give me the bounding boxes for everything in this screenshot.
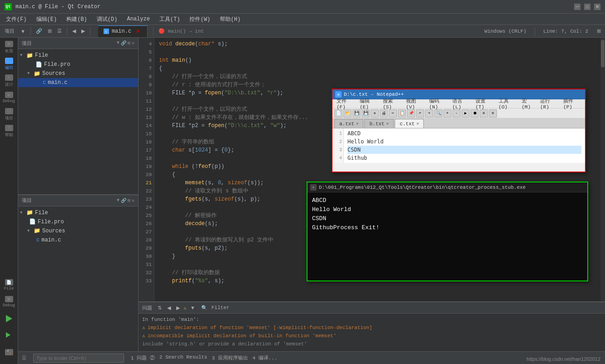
npp-macro1-btn[interactable]: ▶	[461, 109, 470, 118]
menu-edit[interactable]: 编辑(E)	[33, 15, 61, 24]
tree-file-mainc[interactable]: c main.c	[18, 78, 138, 87]
npp-tab-b[interactable]: b.txt ✕	[364, 119, 393, 128]
close-button[interactable]: ✕	[594, 4, 600, 10]
toolbar-back[interactable]: ◀	[70, 27, 78, 35]
npp-paste-btn[interactable]: 📌	[407, 109, 415, 118]
run-debug-button[interactable]	[2, 328, 16, 343]
npp-save-btn[interactable]: 💾	[352, 109, 361, 118]
lower-filter-btn[interactable]: ▼	[117, 198, 119, 203]
sidebar-design[interactable]: ✎ 设计	[2, 74, 16, 88]
lower-link-btn[interactable]: 🔗	[121, 198, 126, 203]
npp-menu-tools[interactable]: 工具(O)	[496, 97, 519, 110]
split-view-button[interactable]: ⊞	[595, 27, 603, 35]
tree-folder-file[interactable]: ▼ 📁 File	[18, 51, 138, 60]
npp-menu-settings[interactable]: 设置(T)	[473, 97, 496, 110]
npp-code-content[interactable]: ABCD Hello World CSDN Github	[344, 128, 585, 163]
npp-outdent-btn[interactable]: ≡	[489, 109, 497, 118]
npp-tab-a[interactable]: a.txt ✕	[334, 119, 363, 128]
panel-add-btn[interactable]: ⊞	[128, 40, 130, 46]
menu-debug[interactable]: 调试(D)	[93, 15, 121, 24]
npp-tab-c-close[interactable]: ✕	[417, 121, 419, 126]
toolbar-split[interactable]: ☰	[55, 27, 64, 35]
status-tab-compile[interactable]: 4 编译...	[253, 354, 278, 361]
tree-label-sources: Sources	[42, 70, 65, 77]
npp-print-btn[interactable]: 🖨	[380, 109, 388, 118]
npp-menu-encode[interactable]: 编码(N)	[427, 97, 449, 110]
sidebar-debug-bottom[interactable]: 🖥 Debug	[2, 295, 16, 309]
menu-analyze[interactable]: Analyze	[123, 15, 153, 23]
lower-folder-sources[interactable]: ▼ 📁 Sources	[18, 226, 138, 236]
toolbar-forward[interactable]: ▶	[79, 27, 87, 35]
toolbar-link[interactable]: 🔗	[34, 27, 44, 35]
sidebar-help[interactable]: ? 帮助	[2, 124, 16, 138]
npp-menu-file[interactable]: 文件(F)	[334, 97, 357, 110]
scrollbar-area[interactable]	[600, 38, 605, 301]
lower-file-pro[interactable]: 📄 File.pro	[18, 217, 138, 226]
npp-menu-view[interactable]: 视图(V)	[404, 97, 426, 110]
lower-label-mainc: main.c	[41, 237, 61, 243]
status-tab-search[interactable]: 2 Search Results	[159, 354, 208, 361]
sidebar-edit[interactable]: ✏ 编写	[2, 57, 16, 71]
npp-indent-btn[interactable]: ≡	[480, 109, 488, 118]
status-menu-btn[interactable]: ☰	[22, 355, 26, 361]
npp-saveall-btn[interactable]: 💾	[362, 109, 370, 118]
scrollbar-thumb[interactable]	[601, 40, 605, 67]
npp-content[interactable]: 1234 ABCD Hello World CSDN Github	[332, 128, 585, 163]
lower-add-btn[interactable]: ⊞	[128, 198, 130, 203]
menu-file[interactable]: 文件(F)	[2, 15, 30, 24]
panel-close-btn[interactable]: ✕	[132, 40, 134, 46]
npp-redo-btn[interactable]: ↷	[425, 109, 433, 118]
npp-menu-macro[interactable]: 宏(M)	[520, 97, 537, 110]
npp-zoom-out-btn[interactable]: -	[452, 109, 461, 118]
maximize-button[interactable]: □	[584, 4, 590, 10]
console-content[interactable]: ABCD Hello World CSDN GithubProcess Exit…	[307, 192, 587, 236]
lower-close-btn[interactable]: ✕	[132, 198, 134, 203]
status-tab-problems[interactable]: 1 问题 ②	[131, 354, 155, 361]
npp-tab-a-close[interactable]: ✕	[356, 121, 358, 126]
locate-input[interactable]	[33, 354, 124, 363]
problems-prev-btn[interactable]: ◀	[165, 304, 173, 312]
npp-tab-a-label: a.txt	[339, 121, 354, 127]
npp-undo-btn[interactable]: ↶	[416, 109, 424, 118]
lower-file-mainc[interactable]: c main.c	[18, 236, 138, 245]
problems-next-btn[interactable]: ▶	[174, 304, 182, 312]
file-tab-main[interactable]: c main.c ✕	[98, 25, 148, 37]
panel-filter-btn[interactable]: ▼	[117, 40, 119, 46]
menu-controls[interactable]: 控件(W)	[186, 15, 214, 24]
sidebar-file-bottom[interactable]: 📄 File	[2, 278, 16, 292]
npp-tab-b-close[interactable]: ✕	[386, 121, 388, 126]
tree-file-pro[interactable]: 📄 File.pro	[18, 60, 138, 69]
run-button[interactable]	[2, 311, 16, 326]
project-dropdown[interactable]: ▼	[19, 28, 27, 35]
menu-tools[interactable]: 工具(T)	[156, 15, 184, 24]
npp-menu-lang[interactable]: 语言(L)	[450, 97, 472, 110]
npp-copy-btn[interactable]: 📋	[398, 109, 406, 118]
menu-build[interactable]: 构建(B)	[63, 15, 91, 24]
npp-open-btn[interactable]: 📂	[343, 109, 352, 118]
lower-tree-folder-file[interactable]: ▼ 📁 File	[18, 208, 138, 217]
problems-sort-btn[interactable]: ⇅	[156, 304, 164, 312]
menu-help[interactable]: 帮助(H)	[216, 15, 244, 24]
npp-tab-c[interactable]: c.txt ✕	[395, 119, 424, 128]
npp-cut-btn[interactable]: ✂	[389, 109, 397, 118]
problems-filter-btn[interactable]: ▼	[188, 304, 197, 311]
tree-folder-sources[interactable]: ▼ 📁 Sources	[18, 69, 138, 78]
sidebar-welcome[interactable]: ⊞ 欢迎	[2, 40, 16, 54]
npp-menu-edit[interactable]: 编辑(E)	[357, 97, 380, 110]
minimize-button[interactable]: ─	[574, 4, 580, 10]
panel-link-btn[interactable]: 🔗	[121, 40, 126, 46]
npp-close-btn[interactable]: ✕	[371, 109, 379, 118]
npp-menu-search[interactable]: 搜索(S)	[381, 97, 403, 110]
npp-menu-run[interactable]: 运行(R)	[538, 97, 560, 110]
build-button[interactable]: 🔨	[2, 345, 16, 359]
tab-close-button[interactable]: ✕	[134, 28, 142, 35]
sidebar-debug[interactable]: ⚙ Debug	[2, 90, 16, 105]
npp-find-btn[interactable]: 🔍	[434, 109, 442, 118]
status-tab-output[interactable]: 3 应用程序输出	[212, 354, 248, 361]
npp-macro2-btn[interactable]: ⏺	[471, 109, 479, 118]
npp-new-btn[interactable]: 📄	[334, 109, 342, 118]
npp-zoom-in-btn[interactable]: +	[443, 109, 451, 118]
npp-menu-plugins[interactable]: 插件(P)	[561, 97, 583, 110]
sidebar-project[interactable]: ⬡ 项目	[2, 107, 16, 122]
toolbar-add[interactable]: ⊞	[46, 27, 54, 35]
